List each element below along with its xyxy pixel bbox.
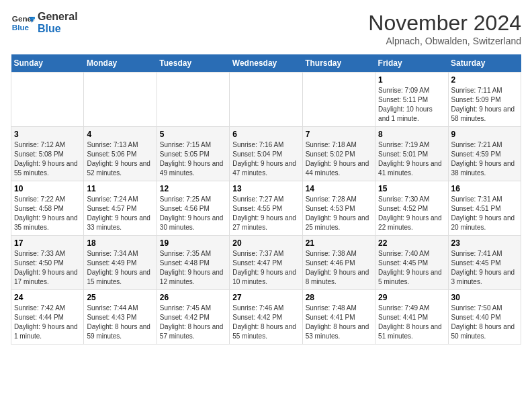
- day-info: Sunrise: 7:49 AM Sunset: 4:41 PM Dayligh…: [378, 304, 445, 341]
- calendar-cell: 9Sunrise: 7:21 AM Sunset: 4:59 PM Daylig…: [448, 127, 521, 181]
- day-number: 10: [14, 184, 81, 193]
- day-number: 19: [160, 238, 226, 248]
- day-number: 26: [160, 293, 226, 302]
- header: General Blue General Blue November 2024 …: [11, 11, 521, 46]
- day-info: Sunrise: 7:25 AM Sunset: 4:56 PM Dayligh…: [160, 195, 226, 232]
- day-number: 27: [232, 293, 299, 302]
- day-number: 24: [14, 293, 81, 302]
- logo-icon: General Blue: [11, 11, 35, 35]
- day-number: 25: [87, 293, 153, 302]
- calendar-cell: 28Sunrise: 7:48 AM Sunset: 4:41 PM Dayli…: [302, 290, 375, 345]
- day-number: 16: [451, 184, 518, 193]
- column-header-tuesday: Tuesday: [157, 54, 229, 73]
- calendar-cell: [11, 73, 84, 127]
- day-number: 4: [87, 130, 153, 139]
- calendar-cell: 15Sunrise: 7:30 AM Sunset: 4:52 PM Dayli…: [375, 181, 448, 236]
- calendar-cell: 30Sunrise: 7:50 AM Sunset: 4:40 PM Dayli…: [448, 290, 521, 345]
- calendar-cell: 29Sunrise: 7:49 AM Sunset: 4:41 PM Dayli…: [375, 290, 448, 345]
- calendar-cell: [157, 73, 229, 127]
- day-info: Sunrise: 7:13 AM Sunset: 5:06 PM Dayligh…: [87, 140, 153, 178]
- calendar-cell: 12Sunrise: 7:25 AM Sunset: 4:56 PM Dayli…: [157, 181, 229, 236]
- day-info: Sunrise: 7:18 AM Sunset: 5:02 PM Dayligh…: [306, 140, 372, 178]
- column-header-sunday: Sunday: [11, 54, 84, 73]
- day-info: Sunrise: 7:31 AM Sunset: 4:51 PM Dayligh…: [451, 195, 518, 232]
- month-title: November 2024: [368, 11, 521, 36]
- column-header-thursday: Thursday: [302, 54, 375, 73]
- calendar-cell: 11Sunrise: 7:24 AM Sunset: 4:57 PM Dayli…: [84, 181, 157, 236]
- calendar-cell: 18Sunrise: 7:34 AM Sunset: 4:49 PM Dayli…: [84, 236, 157, 290]
- calendar-cell: 17Sunrise: 7:33 AM Sunset: 4:50 PM Dayli…: [11, 236, 84, 290]
- day-number: 7: [306, 130, 372, 139]
- day-info: Sunrise: 7:19 AM Sunset: 5:01 PM Dayligh…: [378, 140, 445, 178]
- day-info: Sunrise: 7:09 AM Sunset: 5:11 PM Dayligh…: [378, 86, 445, 124]
- calendar-cell: [302, 73, 375, 127]
- calendar-cell: 22Sunrise: 7:40 AM Sunset: 4:45 PM Dayli…: [375, 236, 448, 290]
- day-number: 14: [306, 184, 372, 193]
- day-info: Sunrise: 7:24 AM Sunset: 4:57 PM Dayligh…: [87, 195, 153, 232]
- calendar-cell: 13Sunrise: 7:27 AM Sunset: 4:55 PM Dayli…: [230, 181, 302, 236]
- day-number: 2: [451, 75, 518, 85]
- calendar-cell: 1Sunrise: 7:09 AM Sunset: 5:11 PM Daylig…: [375, 73, 448, 127]
- column-header-saturday: Saturday: [448, 54, 521, 73]
- calendar-week-3: 10Sunrise: 7:22 AM Sunset: 4:58 PM Dayli…: [11, 181, 521, 236]
- calendar-week-4: 17Sunrise: 7:33 AM Sunset: 4:50 PM Dayli…: [11, 236, 521, 290]
- calendar-cell: 23Sunrise: 7:41 AM Sunset: 4:45 PM Dayli…: [448, 236, 521, 290]
- calendar-cell: 3Sunrise: 7:12 AM Sunset: 5:08 PM Daylig…: [11, 127, 84, 181]
- calendar-cell: 7Sunrise: 7:18 AM Sunset: 5:02 PM Daylig…: [302, 127, 375, 181]
- day-info: Sunrise: 7:16 AM Sunset: 5:04 PM Dayligh…: [232, 140, 299, 178]
- day-info: Sunrise: 7:45 AM Sunset: 4:42 PM Dayligh…: [160, 304, 226, 341]
- day-number: 1: [378, 75, 445, 85]
- day-info: Sunrise: 7:22 AM Sunset: 4:58 PM Dayligh…: [14, 195, 81, 232]
- day-number: 11: [87, 184, 153, 193]
- calendar-cell: 16Sunrise: 7:31 AM Sunset: 4:51 PM Dayli…: [448, 181, 521, 236]
- day-number: 13: [232, 184, 299, 193]
- day-number: 23: [451, 238, 518, 248]
- calendar-week-1: 1Sunrise: 7:09 AM Sunset: 5:11 PM Daylig…: [11, 73, 521, 127]
- day-number: 28: [306, 293, 372, 302]
- day-info: Sunrise: 7:33 AM Sunset: 4:50 PM Dayligh…: [14, 249, 81, 287]
- day-info: Sunrise: 7:38 AM Sunset: 4:46 PM Dayligh…: [306, 249, 372, 287]
- calendar-cell: 26Sunrise: 7:45 AM Sunset: 4:42 PM Dayli…: [157, 290, 229, 345]
- day-number: 3: [14, 130, 81, 139]
- calendar-cell: 14Sunrise: 7:28 AM Sunset: 4:53 PM Dayli…: [302, 181, 375, 236]
- calendar-cell: 24Sunrise: 7:42 AM Sunset: 4:44 PM Dayli…: [11, 290, 84, 345]
- logo-line2: Blue: [38, 23, 78, 35]
- calendar-cell: 25Sunrise: 7:44 AM Sunset: 4:43 PM Dayli…: [84, 290, 157, 345]
- day-info: Sunrise: 7:15 AM Sunset: 5:05 PM Dayligh…: [160, 140, 226, 178]
- day-number: 12: [160, 184, 226, 193]
- day-number: 22: [378, 238, 445, 248]
- column-header-monday: Monday: [84, 54, 157, 73]
- day-info: Sunrise: 7:30 AM Sunset: 4:52 PM Dayligh…: [378, 195, 445, 232]
- column-header-friday: Friday: [375, 54, 448, 73]
- day-info: Sunrise: 7:21 AM Sunset: 4:59 PM Dayligh…: [451, 140, 518, 178]
- calendar-cell: [230, 73, 302, 127]
- day-info: Sunrise: 7:35 AM Sunset: 4:48 PM Dayligh…: [160, 249, 226, 287]
- svg-text:Blue: Blue: [12, 23, 30, 32]
- day-number: 20: [232, 238, 299, 248]
- calendar-cell: [84, 73, 157, 127]
- calendar-cell: 5Sunrise: 7:15 AM Sunset: 5:05 PM Daylig…: [157, 127, 229, 181]
- day-number: 21: [306, 238, 372, 248]
- day-info: Sunrise: 7:40 AM Sunset: 4:45 PM Dayligh…: [378, 249, 445, 287]
- calendar-cell: 8Sunrise: 7:19 AM Sunset: 5:01 PM Daylig…: [375, 127, 448, 181]
- day-number: 9: [451, 130, 518, 139]
- day-number: 29: [378, 293, 445, 302]
- day-number: 6: [232, 130, 299, 139]
- day-info: Sunrise: 7:12 AM Sunset: 5:08 PM Dayligh…: [14, 140, 81, 178]
- calendar-cell: 4Sunrise: 7:13 AM Sunset: 5:06 PM Daylig…: [84, 127, 157, 181]
- day-info: Sunrise: 7:34 AM Sunset: 4:49 PM Dayligh…: [87, 249, 153, 287]
- calendar-cell: 20Sunrise: 7:37 AM Sunset: 4:47 PM Dayli…: [230, 236, 302, 290]
- calendar-cell: 21Sunrise: 7:38 AM Sunset: 4:46 PM Dayli…: [302, 236, 375, 290]
- logo-line1: General: [38, 11, 78, 23]
- day-info: Sunrise: 7:11 AM Sunset: 5:09 PM Dayligh…: [451, 86, 518, 124]
- calendar-cell: 10Sunrise: 7:22 AM Sunset: 4:58 PM Dayli…: [11, 181, 84, 236]
- day-number: 30: [451, 293, 518, 302]
- calendar-header-row: SundayMondayTuesdayWednesdayThursdayFrid…: [11, 54, 521, 73]
- calendar-cell: 27Sunrise: 7:46 AM Sunset: 4:42 PM Dayli…: [230, 290, 302, 345]
- calendar-cell: 19Sunrise: 7:35 AM Sunset: 4:48 PM Dayli…: [157, 236, 229, 290]
- calendar-body: 1Sunrise: 7:09 AM Sunset: 5:11 PM Daylig…: [11, 73, 521, 345]
- logo: General Blue General Blue: [11, 11, 78, 35]
- day-info: Sunrise: 7:41 AM Sunset: 4:45 PM Dayligh…: [451, 249, 518, 287]
- calendar-cell: 6Sunrise: 7:16 AM Sunset: 5:04 PM Daylig…: [230, 127, 302, 181]
- day-number: 5: [160, 130, 226, 139]
